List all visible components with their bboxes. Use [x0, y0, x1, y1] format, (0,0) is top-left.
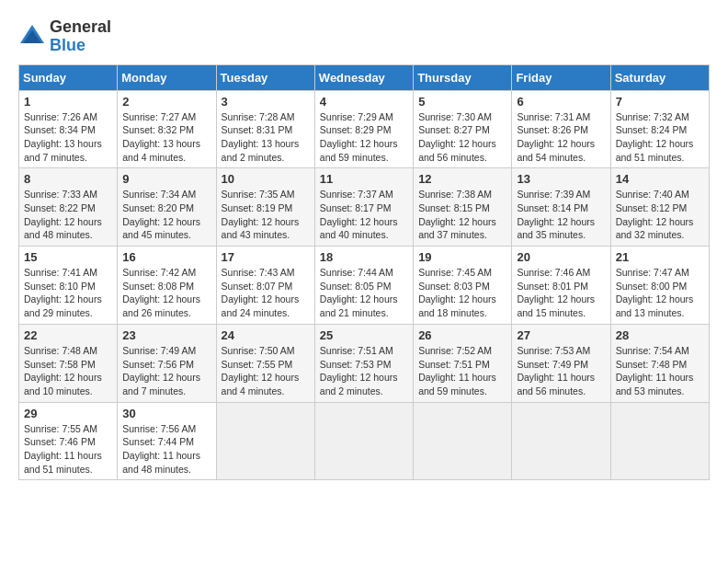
day-info: Sunrise: 7:32 AMSunset: 8:24 PMDaylight:…	[616, 110, 704, 165]
calendar-week-row: 29Sunrise: 7:55 AMSunset: 7:46 PMDayligh…	[19, 402, 710, 480]
day-info: Sunrise: 7:37 AMSunset: 8:17 PMDaylight:…	[320, 188, 408, 242]
day-number: 5	[418, 95, 506, 109]
logo: General Blue	[18, 18, 111, 55]
day-number: 16	[122, 250, 210, 264]
day-info: Sunrise: 7:31 AMSunset: 8:26 PMDaylight:…	[517, 110, 605, 165]
day-info: Sunrise: 7:52 AMSunset: 7:51 PMDaylight:…	[418, 344, 506, 398]
day-number: 19	[418, 250, 506, 264]
day-number: 22	[24, 328, 112, 342]
calendar-cell	[216, 402, 314, 480]
weekday-header-wednesday: Wednesday	[314, 64, 413, 90]
calendar-cell: 17Sunrise: 7:43 AMSunset: 8:07 PMDayligh…	[216, 247, 314, 325]
day-number: 11	[320, 172, 408, 186]
day-number: 26	[418, 328, 506, 342]
day-number: 24	[222, 328, 310, 342]
day-info: Sunrise: 7:49 AMSunset: 7:56 PMDaylight:…	[122, 344, 210, 398]
day-info: Sunrise: 7:41 AMSunset: 8:10 PMDaylight:…	[24, 266, 112, 320]
day-info: Sunrise: 7:39 AMSunset: 8:14 PMDaylight:…	[517, 188, 605, 242]
day-number: 2	[122, 95, 210, 109]
day-number: 9	[122, 172, 210, 186]
day-number: 21	[616, 250, 704, 264]
day-number: 12	[418, 172, 506, 186]
day-info: Sunrise: 7:48 AMSunset: 7:58 PMDaylight:…	[24, 344, 112, 398]
day-info: Sunrise: 7:47 AMSunset: 8:00 PMDaylight:…	[616, 266, 704, 320]
calendar-cell	[414, 402, 512, 480]
logo-icon	[18, 23, 46, 51]
calendar-week-row: 1Sunrise: 7:26 AMSunset: 8:34 PMDaylight…	[19, 90, 710, 168]
day-number: 27	[517, 328, 605, 342]
day-number: 25	[320, 328, 408, 342]
weekday-header-thursday: Thursday	[414, 64, 512, 90]
calendar-week-row: 8Sunrise: 7:33 AMSunset: 8:22 PMDaylight…	[19, 168, 710, 247]
calendar-week-row: 15Sunrise: 7:41 AMSunset: 8:10 PMDayligh…	[19, 247, 710, 325]
day-number: 7	[616, 95, 704, 109]
calendar-cell: 22Sunrise: 7:48 AMSunset: 7:58 PMDayligh…	[19, 324, 118, 402]
day-info: Sunrise: 7:26 AMSunset: 8:34 PMDaylight:…	[24, 110, 112, 165]
day-info: Sunrise: 7:44 AMSunset: 8:05 PMDaylight:…	[320, 266, 408, 320]
calendar-header-row: SundayMondayTuesdayWednesdayThursdayFrid…	[19, 64, 710, 90]
calendar-cell: 25Sunrise: 7:51 AMSunset: 7:53 PMDayligh…	[314, 324, 413, 402]
day-number: 14	[616, 172, 704, 186]
weekday-header-saturday: Saturday	[610, 64, 709, 90]
calendar-cell: 26Sunrise: 7:52 AMSunset: 7:51 PMDayligh…	[414, 324, 512, 402]
day-number: 13	[517, 172, 605, 186]
day-info: Sunrise: 7:53 AMSunset: 7:49 PMDaylight:…	[517, 344, 605, 398]
day-number: 10	[222, 172, 310, 186]
calendar-cell: 23Sunrise: 7:49 AMSunset: 7:56 PMDayligh…	[118, 324, 216, 402]
calendar-cell: 4Sunrise: 7:29 AMSunset: 8:29 PMDaylight…	[314, 90, 413, 168]
day-info: Sunrise: 7:50 AMSunset: 7:55 PMDaylight:…	[222, 344, 310, 398]
calendar-cell: 21Sunrise: 7:47 AMSunset: 8:00 PMDayligh…	[610, 247, 709, 325]
calendar-week-row: 22Sunrise: 7:48 AMSunset: 7:58 PMDayligh…	[19, 324, 710, 402]
calendar-cell: 14Sunrise: 7:40 AMSunset: 8:12 PMDayligh…	[610, 168, 709, 247]
weekday-header-sunday: Sunday	[19, 64, 118, 90]
calendar-cell: 1Sunrise: 7:26 AMSunset: 8:34 PMDaylight…	[19, 90, 118, 168]
day-info: Sunrise: 7:46 AMSunset: 8:01 PMDaylight:…	[517, 266, 605, 320]
calendar-cell: 19Sunrise: 7:45 AMSunset: 8:03 PMDayligh…	[414, 247, 512, 325]
day-info: Sunrise: 7:45 AMSunset: 8:03 PMDaylight:…	[418, 266, 506, 320]
day-number: 6	[517, 95, 605, 109]
calendar-cell: 5Sunrise: 7:30 AMSunset: 8:27 PMDaylight…	[414, 90, 512, 168]
day-number: 18	[320, 250, 408, 264]
day-info: Sunrise: 7:33 AMSunset: 8:22 PMDaylight:…	[24, 188, 112, 242]
day-info: Sunrise: 7:56 AMSunset: 7:44 PMDaylight:…	[122, 422, 210, 477]
calendar-cell: 18Sunrise: 7:44 AMSunset: 8:05 PMDayligh…	[314, 247, 413, 325]
calendar-cell: 3Sunrise: 7:28 AMSunset: 8:31 PMDaylight…	[216, 90, 314, 168]
day-info: Sunrise: 7:40 AMSunset: 8:12 PMDaylight:…	[616, 188, 704, 242]
day-number: 15	[24, 250, 112, 264]
calendar-cell: 15Sunrise: 7:41 AMSunset: 8:10 PMDayligh…	[19, 247, 118, 325]
day-info: Sunrise: 7:30 AMSunset: 8:27 PMDaylight:…	[418, 110, 506, 165]
day-info: Sunrise: 7:27 AMSunset: 8:32 PMDaylight:…	[122, 110, 210, 165]
calendar-cell: 13Sunrise: 7:39 AMSunset: 8:14 PMDayligh…	[512, 168, 610, 247]
calendar-cell: 20Sunrise: 7:46 AMSunset: 8:01 PMDayligh…	[512, 247, 610, 325]
calendar-cell	[314, 402, 413, 480]
day-number: 23	[122, 328, 210, 342]
day-info: Sunrise: 7:51 AMSunset: 7:53 PMDaylight:…	[320, 344, 408, 398]
calendar-cell: 27Sunrise: 7:53 AMSunset: 7:49 PMDayligh…	[512, 324, 610, 402]
calendar-cell: 29Sunrise: 7:55 AMSunset: 7:46 PMDayligh…	[19, 402, 118, 480]
calendar-table: SundayMondayTuesdayWednesdayThursdayFrid…	[18, 64, 710, 481]
day-info: Sunrise: 7:28 AMSunset: 8:31 PMDaylight:…	[222, 110, 310, 165]
weekday-header-tuesday: Tuesday	[216, 64, 314, 90]
calendar-cell: 11Sunrise: 7:37 AMSunset: 8:17 PMDayligh…	[314, 168, 413, 247]
day-number: 28	[616, 328, 704, 342]
calendar-cell: 2Sunrise: 7:27 AMSunset: 8:32 PMDaylight…	[118, 90, 216, 168]
weekday-header-friday: Friday	[512, 64, 610, 90]
day-info: Sunrise: 7:55 AMSunset: 7:46 PMDaylight:…	[24, 422, 112, 477]
day-info: Sunrise: 7:42 AMSunset: 8:08 PMDaylight:…	[122, 266, 210, 320]
day-number: 4	[320, 95, 408, 109]
calendar-cell	[610, 402, 709, 480]
calendar-cell: 8Sunrise: 7:33 AMSunset: 8:22 PMDaylight…	[19, 168, 118, 247]
day-info: Sunrise: 7:29 AMSunset: 8:29 PMDaylight:…	[320, 110, 408, 165]
day-number: 8	[24, 172, 112, 186]
day-number: 3	[222, 95, 310, 109]
day-number: 20	[517, 250, 605, 264]
day-info: Sunrise: 7:34 AMSunset: 8:20 PMDaylight:…	[122, 188, 210, 242]
day-info: Sunrise: 7:43 AMSunset: 8:07 PMDaylight:…	[222, 266, 310, 320]
day-number: 1	[24, 95, 112, 109]
calendar-cell: 16Sunrise: 7:42 AMSunset: 8:08 PMDayligh…	[118, 247, 216, 325]
day-info: Sunrise: 7:38 AMSunset: 8:15 PMDaylight:…	[418, 188, 506, 242]
logo-text: General Blue	[50, 18, 111, 55]
calendar-cell: 9Sunrise: 7:34 AMSunset: 8:20 PMDaylight…	[118, 168, 216, 247]
calendar-cell: 28Sunrise: 7:54 AMSunset: 7:48 PMDayligh…	[610, 324, 709, 402]
calendar-cell: 12Sunrise: 7:38 AMSunset: 8:15 PMDayligh…	[414, 168, 512, 247]
